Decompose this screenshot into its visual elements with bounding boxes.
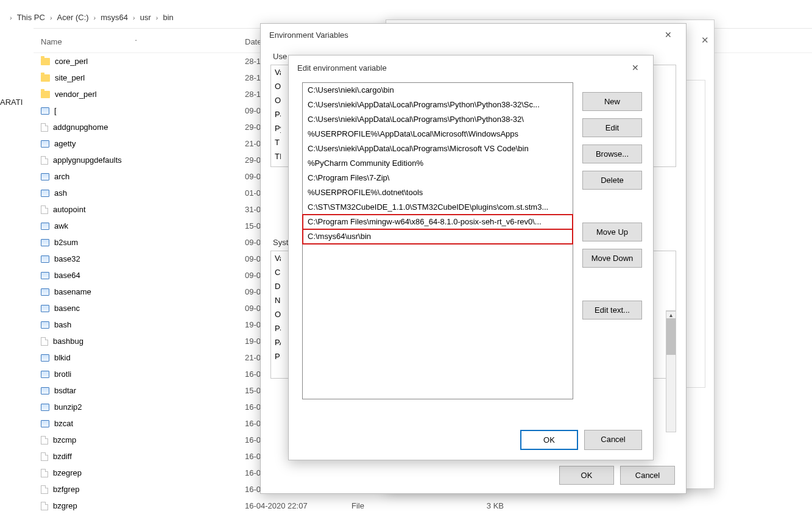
app-icon <box>41 239 49 246</box>
var-name-fragment: Py <box>275 124 281 133</box>
file-icon <box>41 123 48 132</box>
chevron-right-icon: › <box>50 14 52 21</box>
file-name: blkid <box>54 353 71 362</box>
file-icon <box>41 469 48 477</box>
path-entry[interactable]: C:\msys64\usr\bin <box>303 229 573 244</box>
file-icon <box>41 205 48 214</box>
app-icon <box>41 354 49 362</box>
chevron-right-icon: › <box>94 14 96 21</box>
cancel-button[interactable]: Cancel <box>584 430 642 450</box>
breadcrumb-item[interactable]: usr <box>140 13 151 22</box>
file-name: basenc <box>54 304 80 313</box>
file-name: arch <box>54 172 69 181</box>
col-name[interactable]: Name <box>41 37 62 46</box>
dialog-title: Edit environment variable <box>297 63 387 73</box>
browse-button[interactable]: Browse... <box>582 145 642 163</box>
cancel-button[interactable]: Cancel <box>620 466 675 485</box>
file-name: bzcmp <box>53 435 76 444</box>
chevron-right-icon: › <box>156 14 158 21</box>
move-down-button[interactable]: Move Down <box>582 249 642 268</box>
file-date: 16-04-2020 22:07 <box>245 501 351 510</box>
dialog-title: Environment Variables <box>269 30 348 40</box>
path-entry[interactable]: %PyCharm Community Edition% <box>303 156 573 171</box>
file-name: bashbug <box>53 337 83 346</box>
app-icon <box>41 107 49 115</box>
path-entry[interactable]: %USERPROFILE%\.dotnet\tools <box>303 185 573 200</box>
file-name: bash <box>54 320 71 329</box>
file-name: brotli <box>54 369 71 379</box>
file-name: [ <box>54 106 57 115</box>
file-name: bzdiff <box>53 452 72 461</box>
path-list[interactable]: C:\Users\nieki\.cargo\binC:\Users\nieki\… <box>302 82 573 399</box>
var-name-fragment: O <box>275 82 281 91</box>
file-size: 3 KB <box>443 501 504 510</box>
file-name: core_perl <box>55 57 88 66</box>
app-icon <box>41 173 49 180</box>
path-entry[interactable]: C:\Program Files\mingw-w64\x86_64-8.1.0-… <box>303 215 573 229</box>
var-name-fragment: Va <box>275 254 281 263</box>
path-entry[interactable]: C:\Users\nieki\AppData\Local\Programs\Py… <box>303 98 573 112</box>
file-row[interactable]: bzgrep16-04-2020 22:07File3 KB <box>34 498 812 514</box>
file-icon <box>41 156 48 165</box>
path-entry[interactable]: C:\Program Files\7-Zip\ <box>303 171 573 185</box>
file-icon <box>41 485 48 494</box>
edit-text-button[interactable]: Edit text... <box>582 301 642 319</box>
folder-icon <box>41 74 50 82</box>
var-name-fragment: O <box>275 310 281 319</box>
nav-fragment: ARATI <box>0 98 24 107</box>
file-name: applygnupgdefaults <box>53 155 122 165</box>
file-name: bzcat <box>54 419 73 428</box>
path-entry[interactable]: C:\Users\nieki\.cargo\bin <box>303 83 573 98</box>
var-name-fragment: PI <box>275 352 281 361</box>
scrollbar[interactable]: ▴ <box>666 310 676 432</box>
folder-icon <box>41 91 50 98</box>
file-icon <box>41 502 48 510</box>
move-up-button[interactable]: Move Up <box>582 223 642 241</box>
file-name: site_perl <box>55 73 85 82</box>
app-icon <box>41 190 49 197</box>
app-icon <box>41 140 49 148</box>
file-name: base64 <box>54 271 80 280</box>
breadcrumb-item[interactable]: This PC <box>17 13 45 22</box>
app-icon <box>41 272 49 279</box>
ok-button[interactable]: OK <box>520 430 578 450</box>
app-icon <box>41 223 49 230</box>
file-name: base32 <box>54 254 80 263</box>
var-name-fragment: Pa <box>275 110 281 119</box>
edit-button[interactable]: Edit <box>582 118 642 137</box>
var-name-fragment: T <box>275 138 281 147</box>
new-button[interactable]: New <box>582 92 642 111</box>
path-entry[interactable]: C:\Users\nieki\AppData\Local\Programs\Py… <box>303 112 573 127</box>
file-name: bzgrep <box>53 501 77 510</box>
breadcrumb-item[interactable]: bin <box>163 13 173 22</box>
edit-environment-variable-dialog: Edit environment variable ✕ C:\Users\nie… <box>288 55 654 460</box>
var-name-fragment: C <box>275 268 281 277</box>
file-name: ash <box>54 188 67 198</box>
var-name-fragment: D <box>275 282 281 291</box>
var-name-fragment: Va <box>275 68 281 77</box>
path-entry[interactable]: C:\ST\STM32CubeIDE_1.1.0\STM32CubeIDE\pl… <box>303 200 573 215</box>
file-name: vendor_perl <box>55 90 97 99</box>
close-icon[interactable]: ✕ <box>701 35 709 46</box>
file-name: agetty <box>54 139 76 148</box>
var-name-fragment: Pa <box>275 324 281 333</box>
path-entry[interactable]: C:\Users\nieki\AppData\Local\Programs\Mi… <box>303 141 573 156</box>
file-icon <box>41 452 48 461</box>
close-icon[interactable]: ✕ <box>626 63 644 73</box>
breadcrumb[interactable]: › This PC › Acer (C:) › msys64 › usr › b… <box>6 13 174 22</box>
breadcrumb-item[interactable]: Acer (C:) <box>57 13 89 22</box>
app-icon <box>41 305 49 312</box>
app-icon <box>41 404 49 411</box>
chevron-right-icon: › <box>10 14 12 21</box>
close-icon[interactable]: ✕ <box>659 30 677 40</box>
file-name: bunzip2 <box>54 402 82 412</box>
ok-button[interactable]: OK <box>559 466 614 485</box>
file-name: awk <box>54 221 68 230</box>
file-icon <box>41 337 48 346</box>
path-entry[interactable]: %USERPROFILE%\AppData\Local\Microsoft\Wi… <box>303 127 573 141</box>
breadcrumb-item[interactable]: msys64 <box>101 13 128 22</box>
app-icon <box>41 255 49 263</box>
delete-button[interactable]: Delete <box>582 171 642 190</box>
app-icon <box>41 387 49 394</box>
file-type: File <box>351 501 443 510</box>
